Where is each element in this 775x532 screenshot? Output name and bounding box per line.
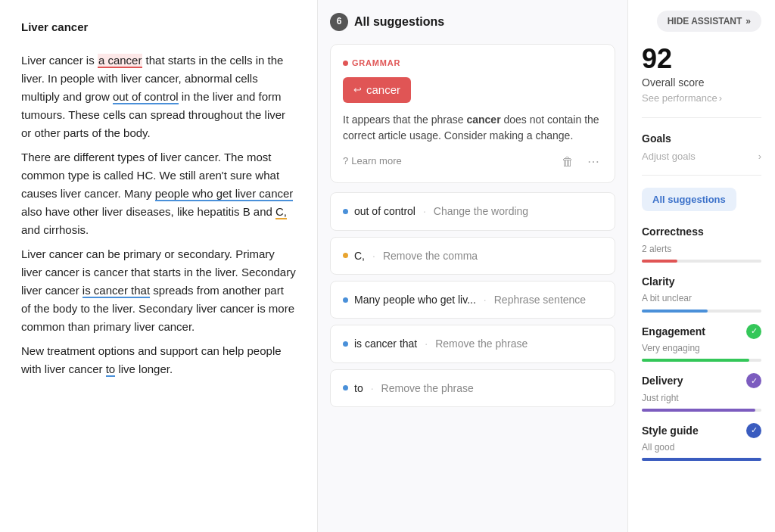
chevron-right-goals-icon: › bbox=[758, 149, 761, 165]
engagement-check-icon: ✓ bbox=[746, 324, 761, 339]
separator-1: · bbox=[423, 203, 426, 219]
metric-engagement-fill bbox=[642, 359, 749, 362]
hide-assistant-text: HIDE ASSISTANT bbox=[668, 16, 742, 26]
highlight-cancer[interactable]: a cancer bbox=[98, 54, 143, 68]
dot-icon-3 bbox=[343, 297, 348, 303]
suggestion-row-1[interactable]: out of control · Change the wording bbox=[330, 192, 615, 230]
suggestion-row-2[interactable]: C, · Remove the comma bbox=[330, 237, 615, 275]
underline-comma[interactable]: C, bbox=[275, 205, 287, 219]
grammar-card[interactable]: GRAMMAR ↩ cancer It appears that the phr… bbox=[330, 44, 615, 184]
delete-button[interactable]: 🗑 bbox=[559, 154, 577, 170]
panel-title: All suggestions bbox=[354, 12, 444, 32]
suggestions-tabs: All suggestions bbox=[642, 188, 761, 211]
score-label: Overall score bbox=[642, 74, 761, 91]
card-footer: ? Learn more 🗑 ⋯ bbox=[343, 153, 602, 170]
metrics-list: Correctness 2 alerts Clarity A bit uncle… bbox=[642, 223, 761, 461]
paragraph-3: Liver cancer can be primary or secondary… bbox=[21, 245, 296, 336]
metric-clarity: Clarity A bit unclear bbox=[642, 273, 761, 313]
metric-correctness: Correctness 2 alerts bbox=[642, 223, 761, 263]
suggestion-text-4: is cancer that bbox=[354, 335, 417, 352]
suggestion-text-3: Many people who get liv... bbox=[354, 291, 476, 308]
metric-engagement: Engagement ✓ Very engaging bbox=[642, 323, 761, 362]
suggestion-action-1: Change the wording bbox=[434, 203, 528, 219]
see-performance-text: See performance bbox=[642, 91, 717, 107]
metric-clarity-status: A bit unclear bbox=[642, 291, 761, 306]
suggestion-text-2: C, bbox=[354, 247, 365, 264]
suggestion-action-3: Rephrase sentence bbox=[494, 291, 586, 308]
adjust-goals-text: Adjust goals bbox=[642, 149, 696, 165]
learn-more-link[interactable]: ? Learn more bbox=[343, 154, 402, 170]
cancer-pill-text: cancer bbox=[366, 81, 400, 99]
card-actions: 🗑 ⋯ bbox=[559, 153, 602, 170]
suggestion-action-4: Remove the phrase bbox=[435, 335, 528, 352]
goals-section: Goals Adjust goals › bbox=[642, 130, 761, 176]
separator-2: · bbox=[372, 247, 375, 264]
metric-delivery-name: Delivery bbox=[642, 372, 683, 389]
separator-3: · bbox=[484, 291, 487, 308]
paragraph-2: There are different types of liver cance… bbox=[21, 148, 296, 239]
grammar-description: It appears that the phrase cancer does n… bbox=[343, 112, 602, 144]
metric-delivery: Delivery ✓ Just right bbox=[642, 372, 761, 412]
suggestion-text-5: to bbox=[354, 380, 363, 397]
metric-clarity-fill bbox=[642, 310, 708, 313]
underline-out-of-control[interactable]: out of control bbox=[113, 90, 179, 104]
tab-all-suggestions[interactable]: All suggestions bbox=[642, 188, 736, 211]
metric-engagement-status: Very engaging bbox=[642, 341, 761, 356]
cancer-pill[interactable]: ↩ cancer bbox=[343, 77, 411, 103]
more-options-button[interactable]: ⋯ bbox=[584, 153, 602, 170]
chevron-icon: › bbox=[719, 91, 722, 107]
text-editor: Liver cancer Liver cancer is a cancer th… bbox=[0, 0, 318, 532]
metric-clarity-header: Clarity bbox=[642, 273, 761, 290]
underline-to[interactable]: to bbox=[106, 362, 116, 377]
adjust-goals-link[interactable]: Adjust goals › bbox=[642, 149, 761, 165]
suggestion-row-5[interactable]: to · Remove the phrase bbox=[330, 369, 615, 407]
metric-delivery-fill bbox=[642, 409, 755, 412]
metric-correctness-name: Correctness bbox=[642, 223, 704, 240]
dot-icon-4 bbox=[343, 341, 348, 347]
metric-style-guide-name: Style guide bbox=[642, 422, 699, 439]
score-number: 92 bbox=[642, 45, 761, 73]
metric-correctness-bar bbox=[642, 260, 761, 263]
metric-engagement-header: Engagement ✓ bbox=[642, 323, 761, 340]
metric-clarity-bar bbox=[642, 310, 761, 313]
underline-is-cancer-that[interactable]: is cancer that bbox=[82, 284, 150, 298]
metric-style-guide-header: Style guide ✓ bbox=[642, 422, 761, 439]
metric-style-guide-fill bbox=[642, 458, 761, 461]
dot-icon-1 bbox=[343, 209, 348, 214]
chevron-right-icon: » bbox=[745, 16, 751, 26]
grammar-label: GRAMMAR bbox=[343, 57, 602, 70]
metric-delivery-status: Just right bbox=[642, 391, 761, 406]
question-icon: ? bbox=[343, 154, 348, 170]
dot-icon-5 bbox=[343, 385, 348, 390]
suggestion-action-2: Remove the comma bbox=[383, 247, 478, 264]
paragraph-4: New treatment options and support can he… bbox=[21, 342, 296, 378]
suggestion-row-4[interactable]: is cancer that · Remove the phrase bbox=[330, 325, 615, 362]
metric-style-guide-bar bbox=[642, 458, 761, 461]
score-section: 92 Overall score See performance › bbox=[642, 45, 761, 118]
goals-title: Goals bbox=[642, 130, 761, 147]
document-title: Liver cancer bbox=[21, 18, 296, 36]
metric-style-guide: Style guide ✓ All good bbox=[642, 422, 761, 462]
dot-icon-2 bbox=[343, 253, 348, 258]
cancer-pill-icon: ↩ bbox=[353, 82, 362, 98]
paragraph-1: Liver cancer is a cancer that starts in … bbox=[21, 51, 296, 142]
delivery-check-icon: ✓ bbox=[746, 373, 761, 388]
panel-header: 6 All suggestions bbox=[330, 12, 615, 32]
metric-clarity-name: Clarity bbox=[642, 273, 675, 290]
metric-correctness-fill bbox=[642, 260, 677, 263]
metric-delivery-bar bbox=[642, 409, 761, 412]
suggestion-count-badge: 6 bbox=[330, 13, 348, 31]
assistant-panel: HIDE ASSISTANT » 92 Overall score See pe… bbox=[628, 0, 775, 532]
metric-correctness-status: 2 alerts bbox=[642, 242, 761, 257]
see-performance-link[interactable]: See performance › bbox=[642, 91, 761, 107]
suggestion-row-3[interactable]: Many people who get liv... · Rephrase se… bbox=[330, 281, 615, 319]
separator-4: · bbox=[425, 335, 428, 352]
hide-assistant-button[interactable]: HIDE ASSISTANT » bbox=[657, 11, 761, 32]
metric-correctness-header: Correctness bbox=[642, 223, 761, 240]
metric-style-guide-status: All good bbox=[642, 440, 761, 455]
underline-people-who[interactable]: people who get liver cancer bbox=[155, 187, 294, 201]
learn-more-text: Learn more bbox=[351, 154, 401, 170]
suggestion-text-1: out of control bbox=[354, 203, 416, 219]
metric-delivery-header: Delivery ✓ bbox=[642, 372, 761, 389]
suggestions-panel: 6 All suggestions GRAMMAR ↩ cancer It ap… bbox=[318, 0, 628, 532]
